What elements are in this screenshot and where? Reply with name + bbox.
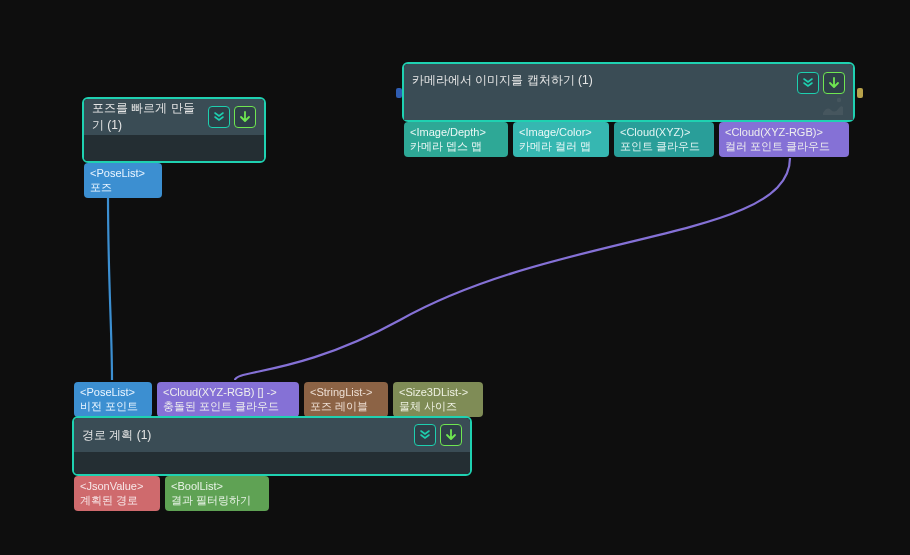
port-plan-in-sizelist[interactable]: <Size3DList-> 물체 사이즈 (393, 382, 483, 417)
port-name-label: 비전 포인트 (80, 399, 146, 413)
arrow-down-icon (238, 110, 252, 124)
chevron-double-down-icon (801, 76, 815, 90)
port-name-label: 카메라 컬러 맵 (519, 139, 603, 153)
node-camera-title: 카메라에서 이미지를 캡처하기 (1) (412, 72, 791, 89)
edge-camera-to-plan (235, 158, 790, 380)
node-plan[interactable]: 경로 계획 (1) (72, 416, 472, 476)
port-type-label: <PoseList> (90, 166, 156, 180)
node-pose-run-button[interactable] (234, 106, 256, 128)
port-cam-color[interactable]: <Image/Color> 카메라 컬러 맵 (513, 122, 609, 157)
port-type-label: <Cloud(XYZ-RGB) [] -> (163, 385, 293, 399)
port-plan-out-json[interactable]: <JsonValue> 계획된 경로 (74, 476, 160, 511)
node-camera[interactable]: 카메라에서 이미지를 캡처하기 (1) (402, 62, 855, 122)
port-type-label: <Image/Depth> (410, 125, 502, 139)
port-name-label: 계획된 경로 (80, 493, 154, 507)
port-type-label: <Cloud(XYZ-RGB)> (725, 125, 843, 139)
port-name-label: 물체 사이즈 (399, 399, 477, 413)
port-type-label: <Image/Color> (519, 125, 603, 139)
node-camera-collapse-button[interactable] (797, 72, 819, 94)
port-type-label: <JsonValue> (80, 479, 154, 493)
svg-point-0 (837, 98, 841, 102)
node-plan-body (74, 452, 470, 474)
port-plan-in-poselist[interactable]: <PoseList> 비전 포인트 (74, 382, 152, 417)
arrow-down-icon (444, 428, 458, 442)
arrow-down-icon (827, 76, 841, 90)
port-name-label: 충돌된 포인트 클라우드 (163, 399, 293, 413)
node-plan-title: 경로 계획 (1) (82, 427, 408, 444)
node-plan-run-button[interactable] (440, 424, 462, 446)
port-name-label: 포즈 레이블 (310, 399, 382, 413)
port-type-label: <StringList-> (310, 385, 382, 399)
port-cam-xyzrgb[interactable]: <Cloud(XYZ-RGB)> 컬러 포인트 클라우드 (719, 122, 849, 157)
port-plan-in-strlist[interactable]: <StringList-> 포즈 레이블 (304, 382, 388, 417)
edge-pose-to-plan (108, 195, 112, 380)
node-plan-titlebar[interactable]: 경로 계획 (1) (74, 418, 470, 452)
node-camera-titlebar[interactable]: 카메라에서 이미지를 캡처하기 (1) (404, 64, 853, 120)
chevron-double-down-icon (418, 428, 432, 442)
camera-right-connector (857, 88, 863, 98)
chevron-double-down-icon (212, 110, 226, 124)
port-plan-out-bool[interactable]: <BoolList> 결과 필터링하기 (165, 476, 269, 511)
port-cam-xyz[interactable]: <Cloud(XYZ)> 포인트 클라우드 (614, 122, 714, 157)
node-camera-run-button[interactable] (823, 72, 845, 94)
node-pose-title: 포즈를 빠르게 만들기 (1) (92, 100, 202, 134)
node-pose-body (84, 135, 264, 161)
port-type-label: <Cloud(XYZ)> (620, 125, 708, 139)
port-pose-out[interactable]: <PoseList> 포즈 (84, 163, 162, 198)
node-plan-collapse-button[interactable] (414, 424, 436, 446)
port-type-label: <PoseList> (80, 385, 146, 399)
port-name-label: 포즈 (90, 180, 156, 194)
port-type-label: <Size3DList-> (399, 385, 477, 399)
port-name-label: 결과 필터링하기 (171, 493, 263, 507)
port-cam-depth[interactable]: <Image/Depth> 카메라 뎁스 맵 (404, 122, 508, 157)
node-pose-collapse-button[interactable] (208, 106, 230, 128)
node-pose-titlebar[interactable]: 포즈를 빠르게 만들기 (1) (84, 99, 264, 135)
port-plan-in-cloud[interactable]: <Cloud(XYZ-RGB) [] -> 충돌된 포인트 클라우드 (157, 382, 299, 417)
port-type-label: <BoolList> (171, 479, 263, 493)
image-icon (821, 96, 845, 116)
node-pose[interactable]: 포즈를 빠르게 만들기 (1) (82, 97, 266, 163)
port-name-label: 카메라 뎁스 맵 (410, 139, 502, 153)
port-name-label: 포인트 클라우드 (620, 139, 708, 153)
port-name-label: 컬러 포인트 클라우드 (725, 139, 843, 153)
